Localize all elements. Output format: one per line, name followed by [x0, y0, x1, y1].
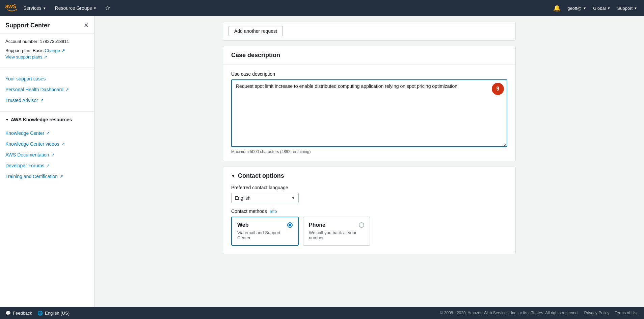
change-plan-link[interactable]: Change ↗: [45, 48, 65, 53]
terms-of-use-link[interactable]: Terms of Use: [615, 311, 639, 315]
content-inner: Add another request Case description Use…: [217, 16, 521, 273]
sidebar-title: Support Center: [5, 22, 50, 29]
privacy-policy-link[interactable]: Privacy Policy: [584, 311, 610, 315]
contact-options-toggle-icon[interactable]: ▼: [231, 174, 235, 178]
sidebar-item-training-certification[interactable]: Training and Certification ↗: [0, 171, 94, 182]
add-request-bar: Add another request: [223, 22, 516, 41]
main-layout: Support Center ✕ Account number: 1782735…: [0, 16, 644, 307]
contact-options-title: Contact options: [238, 172, 284, 179]
case-description-body: Use case description Request spot limit …: [223, 65, 515, 161]
phone-card-title: Phone: [309, 222, 325, 228]
add-another-request-button[interactable]: Add another request: [229, 26, 283, 36]
contact-methods-info-link[interactable]: Info: [270, 209, 277, 214]
footer-right: © 2008 - 2020, Amazon Web Services, Inc.…: [440, 311, 639, 315]
aws-logo[interactable]: [4, 1, 18, 15]
contact-methods-label: Contact methods Info: [231, 208, 507, 214]
contact-method-cards: Web Via email and Support Center Phone: [231, 217, 507, 246]
view-support-plans-link[interactable]: View support plans ↗: [5, 54, 47, 59]
web-card-header: Web: [237, 222, 293, 228]
sidebar-item-developer-forums[interactable]: Developer Forums ↗: [0, 160, 94, 171]
footer: 💬 Feedback 🌐 English (US) © 2008 - 2020,…: [0, 307, 644, 319]
use-case-description-label: Use case description: [231, 71, 507, 77]
web-card-title: Web: [237, 222, 248, 228]
external-link-icon-3: ↗: [46, 131, 50, 136]
sidebar-nav: Your support cases Personal Health Dashb…: [0, 71, 94, 108]
external-link-icon-6: ↗: [46, 163, 50, 168]
contact-options-header: ▼ Contact options: [223, 167, 515, 185]
web-contact-method-card[interactable]: Web Via email and Support Center: [231, 217, 299, 246]
contact-options-section: ▼ Contact options Preferred contact lang…: [223, 167, 516, 254]
external-link-icon: ↗: [65, 87, 69, 92]
sidebar-divider-2: [0, 111, 94, 112]
sidebar-item-knowledge-center[interactable]: Knowledge Center ↗: [0, 128, 94, 139]
sidebar-support-plan: Support plan: Basic Change ↗: [0, 48, 94, 54]
sidebar-header: Support Center ✕: [0, 16, 94, 33]
sidebar: Support Center ✕ Account number: 1782735…: [0, 16, 95, 307]
sidebar-item-knowledge-center-videos[interactable]: Knowledge Center videos ↗: [0, 139, 94, 149]
region-menu[interactable]: Global ▼: [590, 4, 613, 12]
content-area: Add another request Case description Use…: [95, 16, 644, 307]
phone-card-header: Phone: [309, 222, 364, 228]
external-link-icon-5: ↗: [51, 152, 54, 157]
top-navigation: Services ▼ Resource Groups ▼ ☆ 🔔 geoff@ …: [0, 0, 644, 16]
external-link-icon-4: ↗: [61, 142, 65, 146]
knowledge-section-label: ▼ AWS Knowledge resources: [0, 114, 94, 125]
language-select[interactable]: English Japanese: [231, 193, 299, 203]
user-caret-icon: ▼: [583, 6, 586, 10]
textarea-wrapper: Request spot limit increase to enable di…: [231, 79, 507, 148]
language-select-wrapper: English Japanese ▼: [231, 193, 299, 203]
sidebar-item-personal-health-dashboard[interactable]: Personal Health Dashboard ↗: [0, 84, 94, 95]
web-radio-button[interactable]: [287, 222, 293, 228]
resource-groups-caret-icon: ▼: [93, 6, 97, 10]
use-case-description-textarea[interactable]: Request spot limit increase to enable di…: [231, 79, 507, 147]
notifications-icon[interactable]: 🔔: [551, 3, 563, 13]
case-description-section: Case description Use case description Re…: [223, 46, 516, 161]
case-description-title: Case description: [231, 52, 507, 59]
sidebar-close-icon[interactable]: ✕: [84, 22, 89, 29]
sidebar-item-your-support-cases[interactable]: Your support cases: [0, 73, 94, 84]
contact-options-body: Preferred contact language English Japan…: [223, 185, 515, 254]
resource-groups-nav[interactable]: Resource Groups ▼: [52, 4, 100, 13]
support-menu[interactable]: Support ▼: [615, 4, 640, 12]
phone-card-description: We call you back at your number: [309, 230, 364, 240]
sidebar-item-aws-documentation[interactable]: AWS Documentation ↗: [0, 149, 94, 160]
character-badge: 9: [492, 83, 504, 95]
external-link-icon-7: ↗: [60, 174, 63, 179]
footer-left: 💬 Feedback 🌐 English (US): [5, 311, 70, 316]
services-nav[interactable]: Services ▼: [20, 4, 49, 13]
favorites-icon[interactable]: ☆: [102, 3, 113, 13]
phone-radio-button[interactable]: [359, 222, 364, 228]
language-selector[interactable]: 🌐 English (US): [37, 311, 70, 316]
nav-right: 🔔 geoff@ ▼ Global ▼ Support ▼: [551, 3, 640, 13]
user-menu[interactable]: geoff@ ▼: [565, 4, 589, 12]
services-caret-icon: ▼: [43, 6, 46, 10]
char-count-label: Maximum 5000 characters (4892 remaining): [231, 149, 507, 154]
sidebar-divider: [0, 68, 94, 68]
region-caret-icon: ▼: [607, 6, 611, 10]
account-number: Account number: 178273518911: [5, 39, 89, 44]
sidebar-account: Account number: 178273518911: [0, 33, 94, 48]
web-card-description: Via email and Support Center: [237, 230, 293, 240]
globe-icon: 🌐: [37, 311, 43, 316]
support-caret-icon: ▼: [634, 6, 637, 10]
feedback-button[interactable]: 💬 Feedback: [5, 311, 32, 316]
feedback-chat-icon: 💬: [5, 311, 11, 316]
sidebar-item-trusted-advisor[interactable]: Trusted Advisor ↗: [0, 95, 94, 106]
knowledge-toggle-icon: ▼: [5, 118, 9, 122]
external-link-icon-2: ↗: [40, 98, 44, 103]
sidebar-view-plans: View support plans ↗: [0, 54, 94, 65]
preferred-lang-label: Preferred contact language: [231, 185, 507, 190]
sidebar-knowledge-nav: Knowledge Center ↗ Knowledge Center vide…: [0, 125, 94, 185]
phone-contact-method-card[interactable]: Phone We call you back at your number: [303, 217, 370, 246]
case-description-header: Case description: [223, 46, 515, 65]
